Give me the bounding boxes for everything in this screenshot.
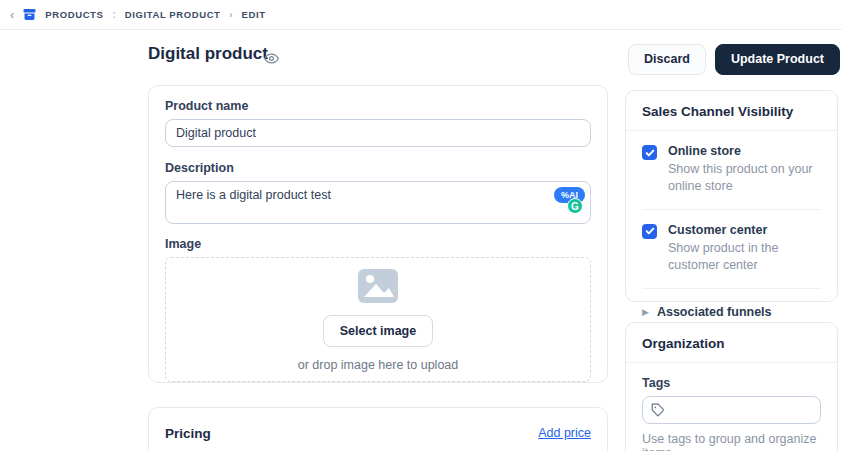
customer-center-description: Show product in the customer center xyxy=(668,240,821,274)
breadcrumb: ‹ PRODUCTS : DIGITAL PRODUCT › EDIT xyxy=(0,0,842,30)
organization-title: Organization xyxy=(642,336,821,351)
update-product-button[interactable]: Update Product xyxy=(715,44,840,75)
breadcrumb-item-digital-product[interactable]: DIGITAL PRODUCT xyxy=(125,9,221,20)
visibility-eye-icon[interactable] xyxy=(264,51,279,66)
product-form-card: Product name Description Here is a digit… xyxy=(148,85,608,383)
pricing-card: Pricing Add price xyxy=(148,407,608,451)
online-store-description: Show this product on your online store xyxy=(668,161,821,195)
customer-center-label[interactable]: Customer center xyxy=(668,223,821,237)
back-chevron-icon[interactable]: ‹ xyxy=(10,8,14,21)
description-textarea[interactable]: Here is a digital product test %AI G xyxy=(165,181,591,224)
product-name-input[interactable] xyxy=(165,119,591,147)
customer-center-option: Customer center Show product in the cust… xyxy=(626,210,837,274)
add-price-link[interactable]: Add price xyxy=(538,426,591,440)
breadcrumb-separator: : xyxy=(112,9,115,20)
tags-helper-text: Use tags to group and organize items. xyxy=(642,432,821,451)
tags-label: Tags xyxy=(642,376,821,390)
select-image-button[interactable]: Select image xyxy=(323,315,433,347)
grammarly-icon[interactable]: G xyxy=(567,198,583,214)
description-label: Description xyxy=(165,161,591,175)
image-dropzone[interactable]: Select image or drop image here to uploa… xyxy=(165,257,591,382)
pricing-title: Pricing xyxy=(165,426,211,441)
tag-icon xyxy=(651,403,665,417)
customer-center-checkbox[interactable] xyxy=(642,224,657,239)
associated-funnels-toggle[interactable]: ▶ Associated funnels xyxy=(626,289,837,319)
product-edit-page: ‹ PRODUCTS : DIGITAL PRODUCT › EDIT Digi… xyxy=(0,0,842,451)
header-actions: Discard Update Product xyxy=(628,44,840,75)
associated-funnels-label: Associated funnels xyxy=(657,305,772,319)
breadcrumb-item-edit: EDIT xyxy=(242,9,266,20)
tags-input[interactable] xyxy=(642,396,821,424)
description-text: Here is a digital product test xyxy=(176,188,331,202)
breadcrumb-item-products[interactable]: PRODUCTS xyxy=(45,9,103,20)
image-label: Image xyxy=(165,237,591,251)
ai-sparkle-icon: % xyxy=(561,190,569,200)
online-store-label[interactable]: Online store xyxy=(668,144,821,158)
drop-image-hint: or drop image here to upload xyxy=(298,358,459,372)
online-store-option: Online store Show this product on your o… xyxy=(626,131,837,195)
organization-card: Organization Tags Use tags to group and … xyxy=(625,322,838,451)
breadcrumb-separator-chevron: › xyxy=(230,10,233,20)
chevron-right-icon: ▶ xyxy=(642,307,649,317)
page-title: Digital product xyxy=(148,44,268,64)
discard-button[interactable]: Discard xyxy=(628,44,706,75)
sales-visibility-card: Sales Channel Visibility Online store Sh… xyxy=(625,90,838,302)
product-name-label: Product name xyxy=(165,99,591,113)
online-store-checkbox[interactable] xyxy=(642,145,657,160)
sales-visibility-title: Sales Channel Visibility xyxy=(642,104,821,119)
product-box-icon xyxy=(23,8,36,21)
image-placeholder-icon xyxy=(357,268,399,304)
